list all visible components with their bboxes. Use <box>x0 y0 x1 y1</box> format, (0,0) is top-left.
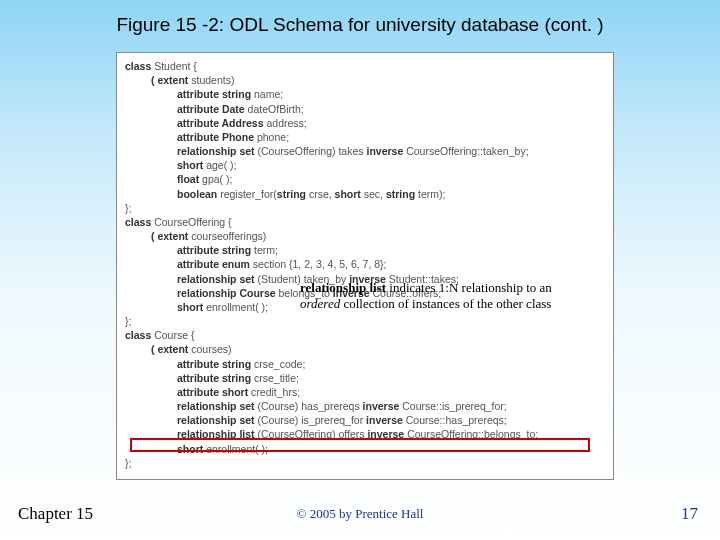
slide-title: Figure 15 -2: ODL Schema for university … <box>0 0 720 36</box>
annotation-text: relationship list indicates 1:N relation… <box>300 280 580 313</box>
code-line: attribute Date dateOfBirth; <box>125 102 605 116</box>
code-line: attribute Address address; <box>125 116 605 130</box>
code-line: class CourseOffering { <box>125 215 605 229</box>
code-line: attribute string name; <box>125 87 605 101</box>
code-line: ( extent courses) <box>125 342 605 356</box>
code-line: }; <box>125 201 605 215</box>
code-line: relationship set (CourseOffering) takes … <box>125 144 605 158</box>
code-line: attribute string term; <box>125 243 605 257</box>
code-line: short enrollment( ); <box>125 442 605 456</box>
code-line: }; <box>125 456 605 470</box>
code-panel: class Student { ( extent students) attri… <box>116 52 614 480</box>
code-line: attribute string crse_code; <box>125 357 605 371</box>
code-line: class Course { <box>125 328 605 342</box>
copyright-text: © 2005 by Prentice Hall <box>0 506 720 522</box>
code-line: ( extent courseofferings) <box>125 229 605 243</box>
code-line: attribute Phone phone; <box>125 130 605 144</box>
code-line: attribute string crse_title; <box>125 371 605 385</box>
code-line: ( extent students) <box>125 73 605 87</box>
code-line: relationship set (Course) is_prereq_for … <box>125 413 605 427</box>
code-line: attribute enum section {1, 2, 3, 4, 5, 6… <box>125 257 605 271</box>
page-number: 17 <box>681 504 698 524</box>
code-line: }; <box>125 314 605 328</box>
code-line: float gpa( ); <box>125 172 605 186</box>
code-line: short age( ); <box>125 158 605 172</box>
code-line: relationship set (Course) has_prereqs in… <box>125 399 605 413</box>
code-line: class Student { <box>125 59 605 73</box>
code-line: boolean register_for(string crse, short … <box>125 187 605 201</box>
code-line: attribute short credit_hrs; <box>125 385 605 399</box>
code-line: relationship list (CourseOffering) offer… <box>125 427 605 441</box>
